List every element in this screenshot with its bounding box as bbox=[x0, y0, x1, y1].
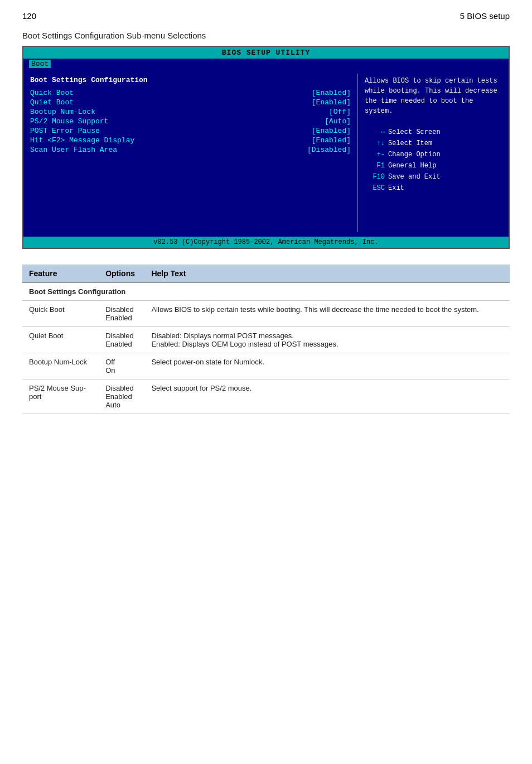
bios-menubar: Boot bbox=[23, 59, 509, 69]
cell-options: Disabled Enabled Auto bbox=[99, 379, 144, 414]
bios-key-row: +-Change Option bbox=[365, 150, 502, 160]
bios-item-value: [Enabled] bbox=[312, 127, 351, 135]
cell-options: Off On bbox=[99, 353, 144, 379]
bios-left-panel: Boot Settings Configuration Quick Boot[E… bbox=[23, 74, 358, 232]
bios-footer: v02.53 (C)Copyright 1985-2002, American … bbox=[23, 237, 509, 248]
table-row: Quiet BootDisabled EnabledDisabled: Disp… bbox=[22, 327, 510, 353]
bios-active-menu: Boot bbox=[29, 60, 51, 68]
table-row: Bootup Num-LockOff OnSelect power-on sta… bbox=[22, 353, 510, 379]
cell-options: Disabled Enabled bbox=[99, 327, 144, 353]
table-row: Boot Settings Configuration bbox=[22, 283, 510, 301]
bios-item-value: [Disabled] bbox=[307, 146, 351, 154]
cell-options: Disabled Enabled bbox=[99, 301, 144, 327]
cell-help: Allows BIOS to skip certain tests while … bbox=[144, 301, 510, 327]
page-header: 120 5 BIOS setup bbox=[22, 11, 510, 21]
page-chapter: 5 BIOS setup bbox=[460, 11, 510, 21]
bios-key-row: ESCExit bbox=[365, 183, 502, 193]
bios-item-label: Bootup Num-Lock bbox=[30, 108, 95, 116]
bios-key-row: F10Save and Exit bbox=[365, 172, 502, 182]
bios-item-row: Bootup Num-Lock[Off] bbox=[30, 108, 351, 116]
bios-key-desc: Select Item bbox=[388, 138, 432, 148]
bios-item-value: [Auto] bbox=[325, 117, 351, 126]
bios-item-value: [Enabled] bbox=[312, 98, 351, 107]
cell-feature: Quiet Boot bbox=[22, 327, 99, 353]
cell-help: Select support for PS/2 mouse. bbox=[144, 379, 510, 414]
bios-key-sym: F1 bbox=[365, 161, 385, 171]
bios-key-desc: Save and Exit bbox=[388, 172, 441, 182]
bios-screenshot: BIOS SETUP UTILITY Boot Boot Settings Co… bbox=[22, 46, 510, 249]
bios-item-row: Scan User Flash Area[Disabled] bbox=[30, 146, 351, 154]
cell-feature: PS/2 Mouse Sup- port bbox=[22, 379, 99, 414]
bios-item-label: Quiet Boot bbox=[30, 98, 74, 107]
bios-item-value: [Enabled] bbox=[312, 136, 351, 145]
bios-items-list: Quick Boot[Enabled]Quiet Boot[Enabled]Bo… bbox=[30, 89, 351, 154]
bios-key-desc: General Help bbox=[388, 161, 436, 171]
table-row: Quick BootDisabled EnabledAllows BIOS to… bbox=[22, 301, 510, 327]
bios-key-desc: Exit bbox=[388, 183, 404, 193]
bios-key-sym: ↑↓ bbox=[365, 138, 385, 148]
bios-right-panel: Allows BIOS to skip certain tests while … bbox=[358, 74, 509, 232]
bios-key-sym: +- bbox=[365, 150, 385, 160]
cell-help: Select power-on state for Numlock. bbox=[144, 353, 510, 379]
col-options: Options bbox=[99, 265, 144, 283]
bios-item-row: PS/2 Mouse Support[Auto] bbox=[30, 117, 351, 126]
bios-item-label: PS/2 Mouse Support bbox=[30, 117, 108, 126]
col-feature: Feature bbox=[22, 265, 99, 283]
bios-section-heading: Boot Settings Configuration bbox=[30, 76, 351, 84]
section-title: Boot Settings Configuration Sub-menu Sel… bbox=[22, 31, 510, 40]
cell-feature: Quick Boot bbox=[22, 301, 99, 327]
bios-item-row: POST Error Pause[Enabled] bbox=[30, 127, 351, 135]
page-number: 120 bbox=[22, 11, 36, 21]
bios-item-row: Quick Boot[Enabled] bbox=[30, 89, 351, 97]
table-header-row: Feature Options Help Text bbox=[22, 265, 510, 283]
bios-item-row: Hit <F2> Message Display[Enabled] bbox=[30, 136, 351, 145]
bios-key-sym: F10 bbox=[365, 172, 385, 182]
bios-item-value: [Off] bbox=[329, 108, 351, 116]
col-help: Help Text bbox=[144, 265, 510, 283]
section-row-label: Boot Settings Configuration bbox=[22, 283, 510, 301]
bios-item-row: Quiet Boot[Enabled] bbox=[30, 98, 351, 107]
bios-item-label: Scan User Flash Area bbox=[30, 146, 117, 154]
bios-key-desc: Change Option bbox=[388, 150, 441, 160]
bios-item-label: Hit <F2> Message Display bbox=[30, 136, 134, 145]
table-body: Boot Settings ConfigurationQuick BootDis… bbox=[22, 283, 510, 414]
bios-key-row: F1General Help bbox=[365, 161, 502, 171]
bios-item-label: POST Error Pause bbox=[30, 127, 100, 135]
bios-titlebar: BIOS SETUP UTILITY bbox=[23, 47, 509, 59]
bios-help-text: Allows BIOS to skip certain tests while … bbox=[365, 76, 502, 116]
bios-keybindings: ↔Select Screen↑↓Select Item+-Change Opti… bbox=[365, 127, 502, 193]
feature-table: Feature Options Help Text Boot Settings … bbox=[22, 265, 510, 414]
table-row: PS/2 Mouse Sup- portDisabled Enabled Aut… bbox=[22, 379, 510, 414]
bios-item-label: Quick Boot bbox=[30, 89, 74, 97]
bios-key-sym: ESC bbox=[365, 183, 385, 193]
cell-help: Disabled: Displays normal POST messages.… bbox=[144, 327, 510, 353]
bios-body: Boot Settings Configuration Quick Boot[E… bbox=[23, 69, 509, 237]
bios-key-desc: Select Screen bbox=[388, 127, 441, 137]
bios-key-sym: ↔ bbox=[365, 127, 385, 137]
table-header: Feature Options Help Text bbox=[22, 265, 510, 283]
bios-item-value: [Enabled] bbox=[312, 89, 351, 97]
bios-key-row: ↑↓Select Item bbox=[365, 138, 502, 148]
cell-feature: Bootup Num-Lock bbox=[22, 353, 99, 379]
bios-key-row: ↔Select Screen bbox=[365, 127, 502, 137]
